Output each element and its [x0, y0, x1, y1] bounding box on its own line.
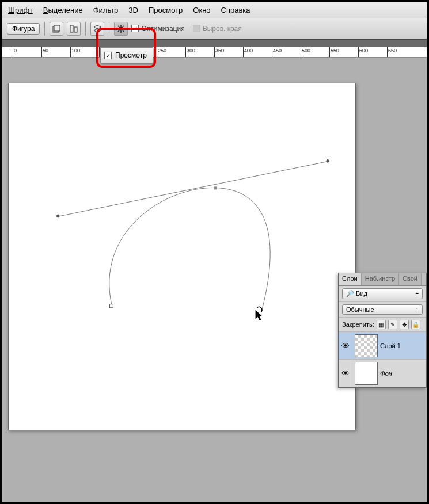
svg-rect-16	[214, 186, 217, 189]
menu-select[interactable]: ВВыделениеыделение	[43, 6, 83, 14]
layers-stack-icon[interactable]	[90, 22, 104, 36]
svg-rect-15	[326, 159, 330, 163]
svg-line-9	[118, 26, 119, 27]
checkbox-icon	[193, 25, 200, 32]
menu-window[interactable]: Окно	[193, 6, 210, 14]
svg-line-13	[58, 162, 328, 217]
menu-font[interactable]: Шрифт	[8, 6, 33, 14]
filter-kind-dropdown[interactable]: 🔎 Вид	[342, 288, 423, 299]
svg-rect-1	[54, 25, 60, 31]
menu-view[interactable]: Просмотр	[149, 6, 183, 14]
align-edges-checkbox[interactable]: Выров. края	[193, 25, 242, 33]
layer-row[interactable]: 👁 Слой 1	[339, 332, 426, 360]
checkbox-icon: ✓	[131, 25, 139, 32]
svg-line-10	[123, 30, 124, 32]
path-drawing	[9, 83, 355, 430]
lock-label: Закрепить:	[342, 321, 374, 328]
optimize-label: Оптимизация	[141, 25, 184, 33]
layers-panel: Слои Наб.инстр Свой 🔎 Вид Обычные Закреп…	[338, 273, 427, 388]
lock-all-icon[interactable]: 🔒	[411, 320, 420, 329]
svg-rect-14	[56, 214, 60, 218]
svg-rect-3	[74, 27, 77, 32]
tab-layers[interactable]: Слои	[339, 273, 362, 285]
align-icon[interactable]	[67, 22, 81, 36]
lock-pixels-icon[interactable]: ✎	[388, 320, 397, 329]
shape-mode-button[interactable]: Фигура	[7, 23, 40, 35]
tab-bar	[2, 39, 427, 47]
layer-name[interactable]: Слой 1	[380, 342, 401, 349]
layer-thumbnail[interactable]	[355, 334, 378, 357]
lock-transparency-icon[interactable]: ▦	[377, 320, 386, 329]
lock-row: Закрепить: ▦ ✎ ✥ 🔒	[339, 318, 426, 332]
gear-icon[interactable]	[114, 22, 128, 36]
divider	[44, 22, 45, 36]
checkbox-icon: ✓	[104, 52, 112, 59]
optimize-checkbox[interactable]: ✓ Оптимизация	[131, 25, 184, 33]
blend-mode-dropdown[interactable]: Обычные	[342, 304, 423, 315]
visibility-icon[interactable]: 👁	[339, 332, 352, 359]
layer-row[interactable]: 👁 Фон	[339, 360, 426, 387]
options-bar: Фигура ✓ Оптимизация Выров. края	[2, 18, 427, 39]
svg-rect-2	[70, 25, 73, 32]
svg-rect-17	[109, 304, 113, 308]
svg-point-4	[119, 27, 123, 30]
tab-properties[interactable]: Свой	[399, 273, 422, 285]
layer-thumbnail[interactable]	[355, 362, 378, 385]
panel-tabs: Слои Наб.инстр Свой	[339, 273, 426, 286]
new-layer-icon[interactable]	[50, 22, 63, 36]
divider	[85, 22, 86, 36]
svg-line-12	[118, 30, 119, 32]
document-canvas[interactable]	[8, 83, 356, 430]
layer-name[interactable]: Фон	[380, 370, 392, 377]
divider	[109, 22, 109, 36]
align-edges-label: Выров. края	[203, 25, 242, 33]
gear-dropdown[interactable]: ✓ Просмотр	[100, 47, 153, 63]
menu-bar: Шрифт ВВыделениеыделение Фильтр 3D Просм…	[2, 2, 427, 18]
horizontal-ruler: 050100150200250300350400450500550600650	[2, 47, 427, 58]
tab-tool-presets[interactable]: Наб.инстр	[362, 273, 399, 285]
visibility-icon[interactable]: 👁	[339, 360, 352, 387]
menu-filter[interactable]: Фильтр	[93, 6, 119, 14]
lock-position-icon[interactable]: ✥	[400, 320, 409, 329]
svg-line-11	[123, 26, 124, 27]
menu-3d[interactable]: 3D	[128, 6, 138, 14]
menu-help[interactable]: Справка	[221, 6, 250, 14]
preview-option[interactable]: Просмотр	[115, 51, 147, 59]
